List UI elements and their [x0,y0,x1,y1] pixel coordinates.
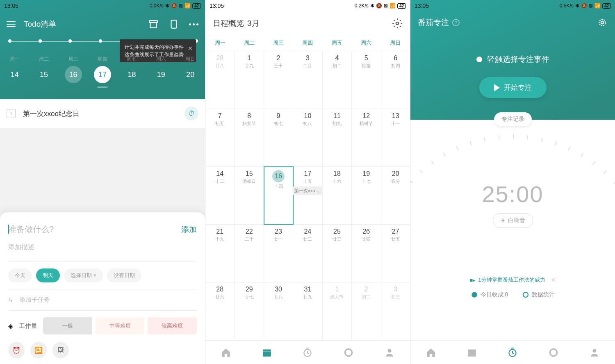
calendar-month[interactable]: 3月 [247,18,260,29]
date-cell[interactable]: 18 [123,66,140,83]
tab-pomodoro[interactable] [287,347,328,358]
tab-pomodoro[interactable] [492,347,533,358]
calendar-cell[interactable]: 22二十 [235,225,264,282]
workload-high[interactable]: 较高难度 [148,317,197,334]
calendar-cell[interactable]: 17十五 [293,167,322,224]
calendar-cell[interactable]: 13十一 [381,109,410,166]
calendar-title: 日程概览 [213,18,244,29]
timer-dial[interactable]: 25:00 ✈ 白噪音 [443,134,583,274]
calendar-cell[interactable]: 28廿六 [205,282,235,340]
settings-icon[interactable] [392,18,403,29]
today-harvest[interactable]: 今日收成 0 [471,291,508,298]
calendar-cell[interactable]: 5惊蛰 [352,51,381,109]
date-strip[interactable]: 14 15 16 17 18 19 20 [0,66,205,83]
tab-home[interactable] [205,347,246,358]
archive-icon[interactable] [148,19,159,30]
svg-point-9 [472,292,477,298]
tab-profile[interactable] [574,347,615,358]
status-bar: 13:05 0.0K/s ✱🔕⊠📶 42 [0,0,205,11]
date-cell[interactable]: 14 [6,66,23,83]
task-input[interactable]: 准备做什么? [8,224,181,235]
start-focus-button[interactable]: 开始专注 [479,77,547,98]
calendar-cell[interactable]: 20春分 [381,167,410,224]
drag-handle[interactable] [97,86,108,88]
date-cell-selected[interactable]: 17 [94,66,111,83]
todo-header-panel: 13:05 0.0K/s ✱🔕⊠📶 42 Todo清单 计划并完成每天的待办事件… [0,0,205,99]
tab-profile[interactable] [369,347,410,358]
calendar-cell[interactable]: 27廿五 [381,225,410,282]
calendar-cell[interactable]: 18十六 [323,167,352,224]
calendar-cell[interactable]: 26廿四 [352,225,381,282]
weekday-row: 周一周二周三周四周五周六周日 [0,56,205,63]
radio-icon [476,57,482,62]
date-cell[interactable]: 20 [182,66,199,83]
tab-home[interactable] [410,347,451,358]
clipboard-icon[interactable] [169,19,179,30]
calendar-cell[interactable]: 9初七 [264,109,293,166]
chip-today[interactable]: 今天 [8,268,32,282]
tab-stats[interactable] [533,347,574,358]
calendar-cell[interactable]: 8妇女节 [235,109,264,166]
calendar-cell[interactable]: 31廿九 [293,282,322,340]
calendar-cell[interactable]: 24廿二 [293,225,322,282]
battery-icon: 42 [192,3,201,9]
calendar-cell[interactable]: 23廿一 [264,225,293,282]
page-title: Todo清单 [24,19,148,30]
reminder-icon[interactable]: ⏰ [8,342,25,358]
calendar-cell[interactable]: 1廿九 [235,51,264,109]
tab-calendar[interactable] [246,347,287,358]
calendar-cell[interactable]: 19十七 [352,167,381,224]
calendar-cell[interactable]: 16十四第一次xxoo纪 [264,167,293,224]
more-icon[interactable] [189,23,198,25]
calendar-cell[interactable]: 29廿七 [235,282,264,340]
workload-normal[interactable]: 一般 [43,317,92,334]
tab-calendar[interactable] [451,347,492,358]
select-event-button[interactable]: 轻触选择专注事件 [476,54,549,65]
menu-icon[interactable] [7,21,16,27]
calendar-cell[interactable]: 1愚人节 [323,282,352,340]
add-subtask[interactable]: ↳ 添加子任务 [8,296,197,304]
calendar-cell[interactable]: 6初四 [381,51,410,109]
tooltip-close-icon[interactable]: ✕ [188,44,193,53]
pomodoro-icon[interactable]: ⏱ [184,107,198,121]
calendar-cell[interactable]: 2初二 [352,282,381,340]
date-cell-today[interactable]: 16 [65,66,82,83]
description-input[interactable]: 添加描述 [8,243,197,252]
add-button[interactable]: 添加 [181,224,197,235]
calendar-cell[interactable]: 15消权日 [235,167,264,224]
calendar-cell[interactable]: 10初八 [293,109,322,166]
calendar-cell[interactable]: 25廿三 [323,225,352,282]
task-checkbox[interactable]: 1 [7,109,16,118]
workload-medium[interactable]: 中等难度 [96,317,145,334]
dismiss-tip-icon[interactable]: ✕ [551,277,556,283]
calendar-cell[interactable]: 2三十 [264,51,293,109]
tab-stats[interactable] [328,347,369,358]
chip-tomorrow[interactable]: 明天 [36,268,60,282]
calendar-cell[interactable]: 11初九 [323,109,352,166]
calendar-cell[interactable]: 7初五 [205,109,235,166]
chip-no-date[interactable]: 没有日期 [107,268,141,282]
calendar-cell[interactable]: 3初三 [381,282,410,340]
chip-pick-date[interactable]: 选择日期 [64,268,103,282]
calendar-cell[interactable]: 3二月 [293,51,322,109]
video-icon: ■▸ [469,277,476,283]
date-cell[interactable]: 19 [153,66,170,83]
play-icon [494,84,500,91]
task-row[interactable]: 1 第一次xxoo纪念日 ⏱ [0,99,205,128]
calendar-cell[interactable]: 30廿八 [264,282,293,340]
date-cell[interactable]: 15 [35,66,52,83]
image-icon[interactable]: 🖼 [52,342,69,358]
settings-icon[interactable] [597,17,608,28]
pomodoro-title: 番茄专注 [418,17,449,28]
tab-bar [205,340,410,364]
repeat-icon[interactable]: 🔁 [30,342,47,358]
help-icon[interactable]: ? [452,19,460,26]
history-chip[interactable]: 专注记录 [494,112,532,126]
data-stats[interactable]: 数据统计 [522,291,555,298]
calendar-cell[interactable]: 4初二 [323,51,352,109]
calendar-cell[interactable]: 14十二 [205,167,235,224]
calendar-cell[interactable]: 28廿八 [205,51,235,109]
calendar-cell[interactable]: 12植树节 [352,109,381,166]
video-tip-link[interactable]: ■▸ 1分钟掌握番茄工作法的威力 ✕ [469,276,556,284]
calendar-cell[interactable]: 21十九 [205,225,235,282]
